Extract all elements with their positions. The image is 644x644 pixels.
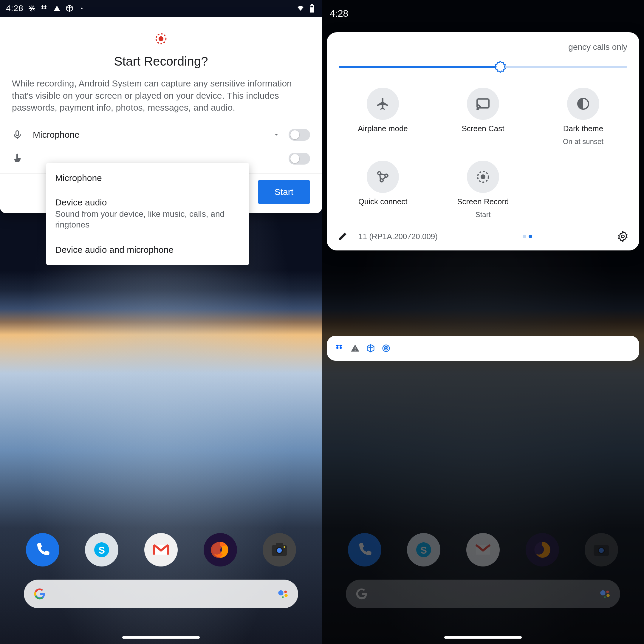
app-dock: S: [322, 533, 644, 566]
qs-footer: 11 (RP1A.200720.009): [336, 231, 630, 242]
google-search-bar[interactable]: [24, 580, 298, 608]
google-logo-icon: [355, 587, 369, 601]
right-pane: 4:28 gency calls only Airplane mode: [322, 0, 644, 644]
svg-rect-2: [310, 8, 314, 12]
settings-icon[interactable]: [617, 231, 628, 242]
app-gmail[interactable]: [144, 533, 178, 566]
svg-rect-27: [355, 347, 356, 349]
svg-point-11: [277, 548, 282, 553]
google-logo-icon: [33, 587, 47, 601]
app-phone[interactable]: [348, 533, 381, 566]
svg-rect-1: [311, 4, 313, 5]
assistant-icon[interactable]: [599, 588, 611, 600]
tile-dark-theme[interactable]: Dark theme On at sunset: [536, 88, 630, 146]
svg-point-39: [606, 591, 609, 593]
svg-point-31: [386, 348, 387, 349]
screen-record-icon: [467, 161, 499, 193]
app-phone[interactable]: [26, 533, 59, 566]
svg-point-14: [278, 590, 284, 596]
statusbar: 4:28: [322, 0, 644, 27]
svg-text:S: S: [98, 545, 105, 556]
svg-point-40: [606, 594, 610, 597]
nav-handle[interactable]: [122, 636, 200, 639]
show-touches-toggle[interactable]: [289, 153, 310, 165]
tile-screen-cast[interactable]: Screen Cast: [436, 88, 530, 146]
brightness-slider[interactable]: [339, 61, 627, 73]
cube-icon: [366, 344, 375, 353]
mic-icon: [12, 129, 24, 140]
svg-point-13: [284, 546, 285, 548]
svg-point-38: [600, 590, 606, 596]
app-dock: S: [0, 533, 322, 566]
svg-point-19: [477, 109, 478, 110]
svg-point-41: [604, 596, 606, 598]
touch-icon: [12, 153, 24, 164]
audio-source-dropdown[interactable]: Microphone: [33, 130, 280, 140]
build-version: 11 (RP1A.200720.009): [358, 232, 438, 241]
svg-point-26: [621, 235, 624, 238]
svg-point-17: [282, 596, 284, 598]
dialog-description: While recording, Android System can capt…: [12, 78, 310, 114]
dropdown-option-device-audio[interactable]: Device audio Sound from your device, lik…: [46, 190, 249, 238]
tile-airplane-mode[interactable]: Airplane mode: [336, 88, 430, 146]
dropbox-icon: [40, 4, 49, 13]
app-skype[interactable]: S: [85, 533, 118, 566]
tile-screen-record[interactable]: Screen Record Start: [436, 161, 530, 219]
svg-rect-12: [276, 543, 283, 546]
app-skype[interactable]: S: [407, 533, 440, 566]
dot-icon: •: [78, 4, 86, 13]
wifi-icon: [296, 4, 305, 13]
record-audio-toggle[interactable]: [289, 129, 310, 141]
app-camera[interactable]: [585, 533, 618, 566]
status-time: 4:28: [330, 8, 348, 19]
dropdown-option-device-audio-mic[interactable]: Device audio and microphone: [46, 238, 249, 262]
start-button[interactable]: Start: [258, 180, 310, 204]
nav-handle[interactable]: [444, 636, 522, 639]
google-search-bar[interactable]: [346, 580, 620, 608]
audio-source-value: Microphone: [33, 130, 273, 140]
svg-rect-5: [16, 131, 19, 136]
left-pane: 4:28 •: [0, 0, 322, 644]
status-time: 4:28: [6, 4, 24, 13]
assistant-icon[interactable]: [277, 588, 289, 600]
dialog-title: Start Recording?: [12, 54, 310, 69]
audio-source-menu: Microphone Device audio Sound from your …: [46, 163, 249, 265]
record-icon: [12, 32, 310, 45]
quick-settings-panel: gency calls only Airplane mode: [327, 32, 639, 250]
quick-connect-icon: [367, 161, 399, 193]
svg-point-21: [378, 172, 381, 175]
battery-icon: [308, 4, 316, 13]
chevron-down-icon: [273, 131, 280, 138]
network-status: gency calls only: [336, 42, 630, 52]
page-indicator: [523, 235, 532, 238]
dot: [529, 235, 532, 238]
svg-point-4: [159, 36, 164, 41]
cube-icon: [65, 4, 74, 13]
edit-icon[interactable]: [338, 231, 348, 241]
notification-bar[interactable]: [327, 336, 639, 361]
svg-rect-28: [355, 350, 356, 351]
statusbar: 4:28 •: [0, 0, 322, 17]
target-icon: [382, 344, 391, 353]
tile-quick-connect[interactable]: Quick connect: [336, 161, 430, 219]
dark-theme-icon: [567, 88, 599, 120]
warning-icon: [53, 4, 61, 13]
svg-point-25: [481, 174, 485, 179]
svg-point-37: [599, 548, 604, 553]
cast-icon: [467, 88, 499, 120]
app-gmail[interactable]: [466, 533, 500, 566]
svg-text:S: S: [420, 545, 427, 556]
airplane-icon: [367, 88, 399, 120]
audio-source-row: Microphone: [12, 123, 310, 147]
svg-rect-18: [477, 99, 489, 108]
app-firefox[interactable]: [526, 533, 559, 566]
dot: [523, 235, 526, 238]
svg-point-15: [284, 591, 287, 593]
app-firefox[interactable]: [204, 533, 237, 566]
quick-settings-tiles: Airplane mode Screen Cast Dark theme On …: [336, 88, 630, 219]
warning-icon: [351, 344, 360, 353]
pinwheel-icon: [28, 4, 36, 13]
svg-point-16: [284, 594, 288, 597]
app-camera[interactable]: [263, 533, 296, 566]
dropdown-option-microphone[interactable]: Microphone: [46, 166, 249, 190]
